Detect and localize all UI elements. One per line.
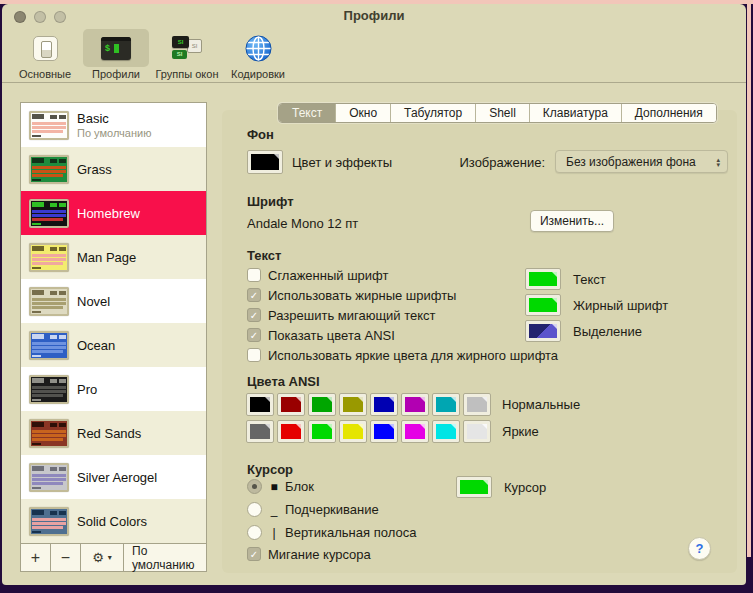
cursor-radio-row[interactable]: |Вертикальная полоса [247,525,416,540]
ansi-heading: Цвета ANSI [247,374,320,389]
color-well[interactable] [525,268,561,290]
profile-thumbnail [29,199,69,228]
ansi-color-well[interactable] [463,420,491,443]
tab-табулятор[interactable]: Табулятор [391,104,476,122]
profile-row-pro[interactable]: Pro [21,367,206,411]
checkbox[interactable]: ✓ [247,288,261,302]
radio-button[interactable] [247,479,262,494]
tab-дополнения[interactable]: Дополнения [622,104,716,122]
checkbox-row[interactable]: ✓Использовать жирные шрифты [247,288,558,302]
checkbox[interactable]: ✓ [247,328,261,342]
cursor-radio-row[interactable]: ■Блок [247,479,416,494]
tab-окно[interactable]: Окно [336,104,391,122]
background-color-well[interactable] [247,150,283,174]
background-well-label: Цвет и эффекты [292,155,392,170]
cursor-radio-row[interactable]: _Подчеркивание [247,502,416,517]
ansi-color-well[interactable] [277,393,305,416]
ansi-color-well[interactable] [432,393,460,416]
profile-row-silver-aerogel[interactable]: Silver Aerogel [21,455,206,499]
ansi-color-well[interactable] [246,420,274,443]
checkbox-label: Показать цвета ANSI [268,328,395,343]
toolbar-item-profiles[interactable]: $Профили [83,29,149,80]
settings-tab-bar: ТекстОкноТабуляторShellКлавиатураДополне… [278,103,717,123]
checkbox[interactable] [247,268,261,282]
title-bar: Профили [2,4,746,29]
checkbox-row[interactable]: ✓Разрешить мигающий текст [247,308,558,322]
color-well-label: Текст [573,272,606,287]
ansi-color-well[interactable] [463,393,491,416]
checkbox-row[interactable]: ✓Мигание курсора [247,547,371,561]
ansi-color-well[interactable] [246,393,274,416]
checkbox[interactable]: ✓ [247,308,261,322]
chevron-down-icon: ▾ [108,553,112,562]
radio-button[interactable] [247,525,262,540]
add-profile-button[interactable]: + [21,544,51,571]
profile-thumbnail [29,331,69,360]
tab-shell[interactable]: Shell [476,104,530,122]
checkbox-label: Разрешить мигающий текст [268,308,436,323]
profile-text: Novel [77,294,110,309]
toolbar: Основные$ПрофилиSISISIГруппы оконКодиров… [2,29,746,83]
ansi-color-well[interactable] [370,420,398,443]
checkbox[interactable]: ✓ [247,547,261,561]
checkbox-row[interactable]: Использовать яркие цвета для жирного шри… [247,348,558,362]
ansi-color-well[interactable] [308,420,336,443]
ansi-color-well[interactable] [277,420,305,443]
ansi-color-well[interactable] [308,393,336,416]
profile-row-novel[interactable]: Novel [21,279,206,323]
toolbar-item-general[interactable]: Основные [12,29,78,80]
checkbox[interactable] [247,348,261,362]
color-well[interactable] [525,294,561,316]
window-thumb-green: SI [172,50,187,59]
color-well[interactable] [525,320,561,342]
toolbar-item-label: Кодировки [231,68,285,80]
toolbar-item-encodings[interactable]: Кодировки [225,29,291,80]
toolbar-icon-slot [12,29,78,67]
profile-text: Solid Colors [77,514,147,529]
profile-name: Novel [77,294,110,309]
ansi-swatch [467,397,487,412]
background-image-popup[interactable]: Без изображения фона ▴▾ [555,150,728,173]
tab-клавиатура[interactable]: Клавиатура [530,104,622,122]
cursor-heading: Курсор [247,462,293,477]
image-label: Изображение: [427,155,545,170]
help-button[interactable]: ? [688,537,711,560]
tab-текст[interactable]: Текст [279,104,336,122]
ansi-color-well[interactable] [339,393,367,416]
color-well-label: Курсор [504,480,546,495]
profile-row-solid-colors[interactable]: Solid Colors [21,499,206,543]
profile-row-red-sands[interactable]: Red Sands [21,411,206,455]
profile-row-basic[interactable]: BasicПо умолчанию [21,103,206,147]
ansi-row: Яркие [246,420,580,443]
color-well-label: Выделение [573,324,642,339]
profile-text: Pro [77,382,97,397]
ansi-color-grid: НормальныеЯркие [246,393,580,447]
ansi-color-well[interactable] [370,393,398,416]
profile-name: Red Sands [77,426,141,441]
ansi-color-well[interactable] [401,393,429,416]
profile-name: Pro [77,382,97,397]
radio-label: Блок [285,479,314,494]
set-default-button[interactable]: По умолчанию [124,544,206,571]
change-font-button[interactable]: Изменить... [530,210,614,232]
radio-button[interactable] [247,502,262,517]
profile-row-man-page[interactable]: Man Page [21,235,206,279]
actions-menu-button[interactable]: ⚙▾ [81,544,124,571]
profile-row-homebrew[interactable]: Homebrew [21,191,206,235]
checkbox-row[interactable]: Сглаженный шрифт [247,268,558,282]
cursor-style-glyph: _ [269,503,279,517]
ansi-swatch [281,424,301,439]
radio-label: Вертикальная полоса [285,525,416,540]
ansi-color-well[interactable] [339,420,367,443]
ansi-color-well[interactable] [432,420,460,443]
profile-row-grass[interactable]: Grass [21,147,206,191]
profile-thumbnail [29,507,69,536]
profile-row-ocean[interactable]: Ocean [21,323,206,367]
remove-profile-button[interactable]: − [51,544,81,571]
ansi-color-well[interactable] [401,420,429,443]
checkbox-row[interactable]: ✓Показать цвета ANSI [247,328,558,342]
color-well[interactable] [456,476,492,498]
font-heading: Шрифт [247,194,294,209]
toolbar-item-window-groups[interactable]: SISISIГруппы окон [154,29,220,80]
gear-icon: ⚙ [92,550,104,565]
